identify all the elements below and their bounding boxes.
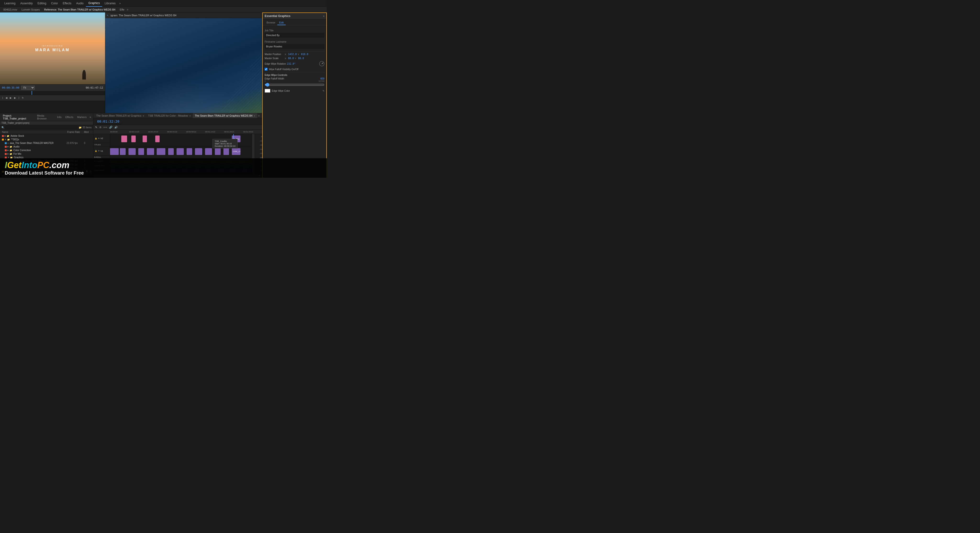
source-playhead-row[interactable]	[0, 91, 105, 95]
eg-falloff-slider[interactable]	[265, 83, 325, 87]
list-item[interactable]: ▶ 📁 For Mix	[0, 152, 93, 156]
project-tab-more[interactable]: »	[89, 115, 92, 119]
project-search-input[interactable]	[5, 126, 78, 129]
panel-tab-3[interactable]: Effe	[118, 8, 126, 11]
track-clip[interactable]	[131, 136, 136, 142]
panel-tab-1[interactable]: Lumetri Scopes	[20, 8, 41, 11]
track-clip[interactable]	[129, 148, 136, 155]
nav-color[interactable]: Color	[49, 0, 60, 7]
track-clip[interactable]	[138, 148, 144, 155]
eg-job-title-input[interactable]	[265, 33, 325, 38]
project-tab-info[interactable]: Info	[55, 115, 64, 120]
track-clip[interactable]	[120, 148, 126, 155]
eg-wipe-visibility-checkbox[interactable]	[265, 68, 267, 71]
source-next-frame[interactable]: ▶	[13, 96, 17, 100]
track-clip[interactable]	[177, 148, 184, 155]
eg-rotation-dial[interactable]	[319, 61, 325, 66]
expand-arrow[interactable]: ▶	[7, 145, 9, 148]
tl-linked[interactable]: 🔊	[114, 126, 118, 129]
v2-eye[interactable]: 👁	[98, 137, 100, 140]
tl-ripple[interactable]: ⟺	[103, 126, 108, 129]
tl-snap[interactable]: 🔗	[109, 126, 113, 129]
timeline-tab-1[interactable]: TSB TRAILER for Color - Meadow ✕	[146, 113, 193, 118]
track-clip[interactable]	[195, 148, 202, 155]
pen-icon[interactable]: ✎	[323, 89, 325, 92]
v1-toggle[interactable]: 🔒	[95, 150, 97, 152]
tab-close-icon[interactable]: ✕	[143, 115, 144, 117]
list-item[interactable]: ▼ 📁 **SEQs	[0, 138, 93, 141]
tl-select-tool[interactable]: ↖	[95, 126, 98, 129]
project-tab-media[interactable]: Media Browser	[35, 113, 55, 121]
track-clip[interactable]	[187, 148, 192, 155]
select-tool-icon[interactable]: ↖	[106, 13, 110, 17]
project-col-name[interactable]: Name	[2, 131, 67, 133]
v2-toggle[interactable]: 🔒	[95, 137, 97, 140]
eg-tab-browse[interactable]: Browse	[265, 20, 277, 25]
eg-rotation-value[interactable]: 232.8°	[287, 62, 296, 65]
track-clip[interactable]	[147, 148, 154, 155]
timeline-tab-0[interactable]: The Seam Btwn TRAILER w/ Graphics ✕	[94, 113, 146, 118]
track-clip[interactable]	[223, 148, 229, 155]
track-clip[interactable]	[168, 148, 174, 155]
track-clip[interactable]	[143, 136, 147, 142]
track-clip[interactable]	[157, 148, 165, 155]
expand-arrow[interactable]: ▶	[7, 153, 9, 155]
list-item[interactable]: ▶ 📁 Color Correction	[0, 148, 93, 152]
eg-menu-icon[interactable]: ≡	[323, 15, 325, 18]
eg-tab-edit[interactable]: Edit	[277, 20, 286, 25]
tab-close-icon[interactable]: ✕	[254, 115, 255, 117]
project-col-fps[interactable]: Frame Rate	[67, 131, 84, 133]
project-tab-effects[interactable]: Effects	[64, 115, 75, 120]
eg-firstname-input[interactable]	[265, 44, 325, 49]
nav-graphics[interactable]: Graphics	[86, 0, 102, 7]
nav-assembly[interactable]: Assembly	[18, 0, 35, 7]
eg-scale-y-value[interactable]: 80.0	[298, 57, 304, 60]
track-clip-selected clip-selected[interactable]: C006_C0	[232, 148, 240, 155]
eg-scale-x-value[interactable]: 80.0	[288, 57, 294, 60]
track-clip[interactable]	[215, 148, 221, 155]
nav-libraries[interactable]: Libraries	[102, 0, 118, 7]
expand-arrow[interactable]: ▶	[7, 149, 9, 151]
nav-more[interactable]: »	[118, 2, 122, 5]
timeline-timecode[interactable]: 00:01:32:20	[95, 119, 121, 124]
eg-falloff-value[interactable]: 600	[320, 77, 325, 80]
panel-tab-2[interactable]: Reference: The Seam Btwn TRAILER w/ Grap…	[42, 8, 118, 11]
list-item[interactable]: ≡ aaa_The Seam Btwn TRAILER MASTER 23.97…	[0, 141, 93, 145]
tab-close-icon[interactable]: ✕	[189, 115, 191, 117]
panel-tab-0[interactable]: 00402).mov	[2, 8, 19, 11]
project-col-med[interactable]: Med	[84, 131, 91, 133]
project-tab-markers[interactable]: Markers	[75, 115, 89, 120]
source-loop[interactable]: ↻	[21, 96, 24, 100]
list-item[interactable]: ▶ 📁 Adobe Stock	[0, 134, 93, 138]
v1-eye[interactable]: 👁	[98, 150, 100, 152]
source-timecode-current[interactable]: 00:00:35:00	[2, 86, 19, 89]
project-tab-project[interactable]: Project: TSB_Trailer_project	[1, 113, 35, 121]
nav-editing[interactable]: Editing	[35, 0, 49, 7]
project-new-bin-icon[interactable]: 📁	[79, 126, 81, 129]
nav-learning[interactable]: Learning	[2, 0, 18, 7]
track-clip[interactable]	[110, 148, 119, 155]
source-fit-dropdown[interactable]: Fit 25% 50% 75% 100%	[21, 86, 35, 90]
track-clip[interactable]	[121, 136, 127, 142]
source-mark-out[interactable]: ⟩	[18, 96, 20, 100]
eg-pos-y-value[interactable]: 818.0	[301, 53, 308, 56]
source-mark-in[interactable]: ⟨	[2, 96, 4, 100]
tl-add-edit[interactable]: ⊕	[99, 126, 102, 129]
timeline-tab-2[interactable]: The Seam Btwn TRAILER w/ Graphics WEDS B…	[193, 113, 257, 118]
track-clip[interactable]	[155, 136, 159, 142]
v1-track-row[interactable]: C006_C0	[110, 147, 252, 160]
source-play[interactable]: ▶	[9, 96, 13, 100]
source-prev-frame[interactable]: ◀	[5, 96, 8, 100]
nav-audio[interactable]: Audio	[74, 0, 86, 7]
eg-wipe-visibility-row: Wipe Falloff Visibility On/Off	[265, 68, 325, 71]
nav-effects[interactable]: Effects	[60, 0, 74, 7]
eg-pos-x-value[interactable]: 1432.0	[288, 53, 297, 56]
color-dot	[5, 146, 7, 148]
eg-color-swatch[interactable]	[265, 89, 270, 93]
expand-arrow[interactable]: ▶	[5, 135, 6, 137]
timeline-menu-icon[interactable]: ≡	[257, 115, 261, 117]
expand-arrow[interactable]: ▼	[5, 139, 6, 140]
panel-tab-more[interactable]: »	[127, 8, 129, 11]
list-item[interactable]: ▶ 📁 Audio	[0, 145, 93, 148]
track-clip[interactable]	[205, 148, 212, 155]
